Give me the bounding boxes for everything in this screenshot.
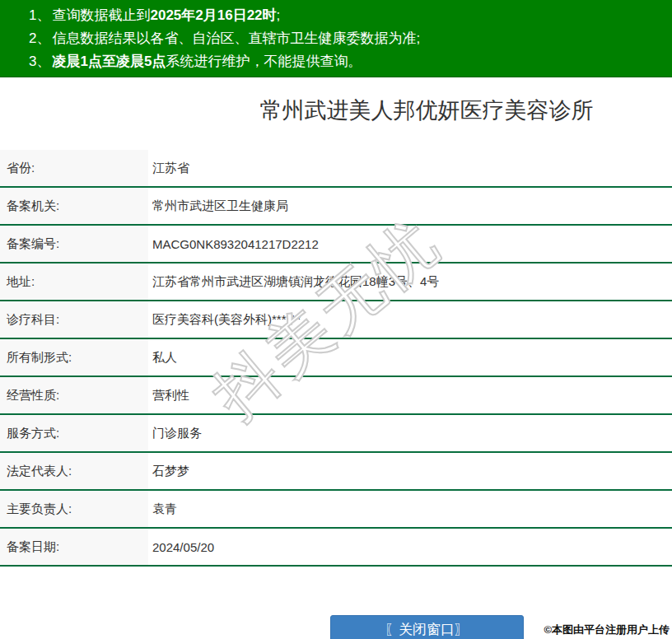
notice-line: 3、凌晨1点至凌晨5点系统进行维护，不能提供查询。	[29, 50, 672, 73]
table-row: 诊疗科目: 医疗美容科(美容外科)******	[0, 301, 672, 339]
record-info-table: 省份: 江苏省 备案机关: 常州市武进区卫生健康局 备案编号: MACG0NK8…	[0, 150, 672, 567]
row-value: 医疗美容科(美容外科)******	[148, 301, 672, 338]
table-row: 服务方式: 门诊服务	[0, 415, 672, 453]
table-row: 主要负责人: 袁青	[0, 491, 672, 529]
page-title: 常州武进美人邦优妍医疗美容诊所	[0, 77, 672, 125]
row-label: 备案编号:	[0, 226, 148, 262]
row-label: 省份:	[0, 150, 148, 186]
row-value: 门诊服务	[148, 415, 672, 451]
row-label: 服务方式:	[0, 415, 148, 451]
table-row: 所有制形式: 私人	[0, 339, 672, 377]
platform-upload-stamp: ©本图由平台注册用户上传	[544, 623, 670, 637]
table-row: 法定代表人: 石梦梦	[0, 453, 672, 491]
row-value: 石梦梦	[148, 453, 672, 489]
table-row: 备案编号: MACG0NK8932041217D2212	[0, 226, 672, 264]
row-label: 法定代表人:	[0, 453, 148, 489]
notice-number: 1、	[29, 7, 50, 23]
notice-line: 2、信息数据结果以各省、自治区、直辖市卫生健康委数据为准;	[29, 27, 672, 50]
notice-banner: 1、查询数据截止到2025年2月16日22时; 2、信息数据结果以各省、自治区、…	[0, 0, 672, 77]
row-value: 私人	[148, 339, 672, 375]
row-value: 营利性	[148, 377, 672, 413]
row-label: 主要负责人:	[0, 491, 148, 527]
row-value: 袁青	[148, 491, 672, 527]
table-row: 经营性质: 营利性	[0, 377, 672, 415]
row-value: 常州市武进区卫生健康局	[148, 188, 672, 224]
row-value: 2024/05/20	[148, 529, 672, 565]
notice-text: 凌晨1点至凌晨5点系统进行维护，不能提供查询。	[52, 54, 362, 69]
table-row: 备案日期: 2024/05/20	[0, 529, 672, 567]
notice-text: 信息数据结果以各省、自治区、直辖市卫生健康委数据为准;	[52, 30, 420, 46]
row-label: 所有制形式:	[0, 339, 148, 375]
close-window-button[interactable]: 〖关闭窗口〗	[330, 615, 524, 639]
row-value: 江苏省常州市武进区湖塘镇润龙德花园18幢3号、4号	[148, 264, 672, 300]
row-label: 地址:	[0, 264, 148, 300]
table-row: 地址: 江苏省常州市武进区湖塘镇润龙德花园18幢3号、4号	[0, 264, 672, 301]
notice-number: 3、	[29, 54, 50, 69]
row-label: 诊疗科目:	[0, 301, 148, 338]
page-viewport: 1、查询数据截止到2025年2月16日22时; 2、信息数据结果以各省、自治区、…	[0, 0, 672, 639]
row-label: 备案机关:	[0, 188, 148, 224]
row-value: 江苏省	[148, 150, 672, 186]
table-row: 备案机关: 常州市武进区卫生健康局	[0, 188, 672, 226]
table-row: 省份: 江苏省	[0, 150, 672, 188]
row-value: MACG0NK8932041217D2212	[148, 226, 672, 262]
page-content: 1、查询数据截止到2025年2月16日22时; 2、信息数据结果以各省、自治区、…	[0, 0, 672, 639]
notice-line: 1、查询数据截止到2025年2月16日22时;	[29, 4, 672, 27]
row-label: 备案日期:	[0, 529, 148, 565]
row-label: 经营性质:	[0, 377, 148, 413]
notice-number: 2、	[29, 30, 50, 46]
notice-text: 查询数据截止到2025年2月16日22时;	[52, 7, 280, 23]
